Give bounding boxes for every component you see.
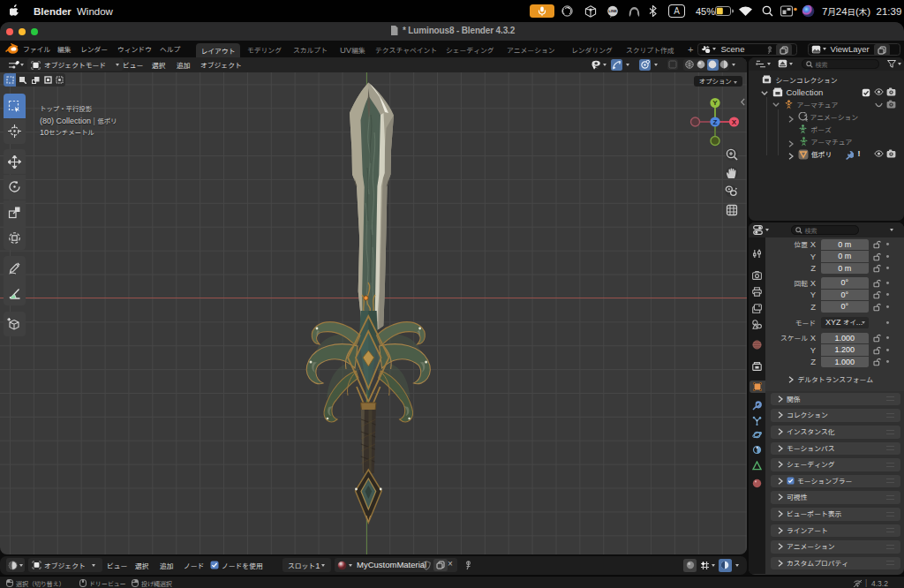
svg-text:X: X [732, 117, 737, 125]
svg-text:Z: Z [713, 117, 718, 125]
svg-text:A: A [674, 6, 680, 16]
svg-text:LINE: LINE [608, 9, 617, 13]
svg-text:Y: Y [712, 99, 718, 107]
